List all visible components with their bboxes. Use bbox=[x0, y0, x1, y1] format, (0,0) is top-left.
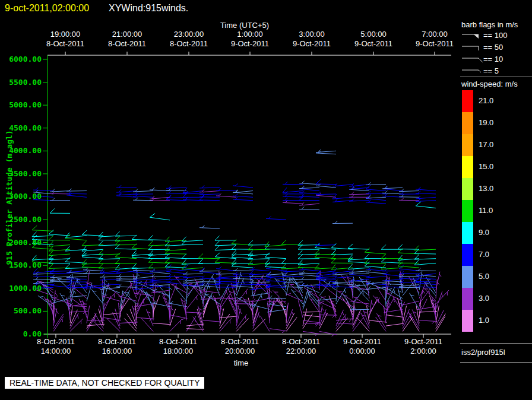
colorbar-value-label: 7.0 bbox=[479, 250, 489, 259]
bottom-tick-label: 8-Oct-201120:00:00 bbox=[207, 337, 273, 356]
barb-legend-label: == 100 bbox=[483, 31, 508, 40]
bottom-tick-label: 8-Oct-201114:00:00 bbox=[23, 337, 88, 356]
barb-legend-label: == 50 bbox=[483, 43, 503, 52]
colorbar-segment bbox=[462, 222, 473, 244]
colorbar-value-label: 5.0 bbox=[479, 272, 489, 281]
barb-half-icon bbox=[461, 68, 484, 76]
colorbar-segment bbox=[462, 90, 473, 112]
colorbar-segment bbox=[462, 156, 473, 178]
left-tick-label: 3000.00 bbox=[0, 192, 42, 201]
left-tick-label: 5500.00 bbox=[0, 78, 42, 87]
colorbar-value-label: 11.0 bbox=[479, 206, 493, 215]
colorbar-segment bbox=[462, 266, 473, 288]
pennant-icon bbox=[461, 32, 484, 40]
left-tick-label: 3500.00 bbox=[0, 169, 42, 178]
divider bbox=[460, 77, 532, 77]
left-tick-label: 1000.00 bbox=[0, 284, 42, 293]
bottom-tick-label: 9-Oct-20110:00:00 bbox=[330, 337, 395, 356]
colorbar-segment bbox=[462, 200, 473, 222]
title-timestamp: 9-oct-2011,02:00:00 bbox=[5, 3, 89, 14]
divider bbox=[460, 343, 532, 344]
top-axis-title: Time (UTC+5) bbox=[185, 21, 304, 30]
profiler-display: 9-oct-2011,02:00:00 XYWind:915winds. Tim… bbox=[0, 0, 532, 400]
bottom-axis-title: time bbox=[182, 358, 300, 367]
barb-full-icon bbox=[461, 56, 484, 64]
left-tick-label: 0.00 bbox=[0, 329, 42, 338]
colorbar-value-label: 19.0 bbox=[479, 118, 493, 127]
bottom-tick-label: 8-Oct-201118:00:00 bbox=[145, 337, 211, 356]
data-source-label: iss2/prof915l bbox=[461, 348, 505, 357]
bottom-tick-label: 9-Oct-20112:00:00 bbox=[391, 337, 456, 356]
top-tick-label: 3:00:009-Oct-2011 bbox=[279, 30, 344, 49]
bottom-tick-label: 8-Oct-201122:00:00 bbox=[268, 337, 334, 356]
top-tick-label: 5:00:009-Oct-2011 bbox=[341, 30, 406, 49]
left-tick-label: 2000.00 bbox=[0, 238, 42, 247]
left-tick-label: 1500.00 bbox=[0, 261, 42, 269]
colorbar-value-label: 9.0 bbox=[479, 228, 489, 237]
left-tick-label: 500.00 bbox=[0, 306, 42, 315]
colorbar-segment bbox=[462, 134, 473, 156]
top-tick-label: 7:00:009-Oct-2011 bbox=[402, 30, 467, 49]
divider bbox=[460, 362, 532, 363]
colorbar-value-label: 1.0 bbox=[479, 316, 489, 325]
barb-legend-label: == 10 bbox=[483, 55, 503, 64]
colorbar-segment bbox=[462, 112, 473, 134]
colorbar-title: wind-speed: m/s bbox=[461, 80, 518, 88]
barb-legend-title: barb flags in m/s bbox=[461, 20, 518, 29]
colorbar-segment bbox=[462, 288, 473, 310]
top-tick-label: 23:00:008-Oct-2011 bbox=[156, 30, 221, 49]
left-tick-label: 5000.00 bbox=[0, 100, 42, 109]
colorbar-value-label: 3.0 bbox=[479, 294, 489, 303]
axes bbox=[43, 52, 451, 338]
top-tick-label: 21:00:008-Oct-2011 bbox=[94, 30, 160, 49]
bottom-tick-label: 8-Oct-201116:00:00 bbox=[84, 337, 150, 356]
colorbar-segment bbox=[462, 178, 473, 200]
left-tick-label: 4500.00 bbox=[0, 123, 42, 132]
quality-warning-banner: REAL-TIME DATA, NOT CHECKED FOR QUALITY bbox=[5, 377, 204, 389]
top-tick-label: 19:00:008-Oct-2011 bbox=[33, 30, 98, 49]
wind-barbs bbox=[32, 150, 449, 336]
left-tick-label: 4000.00 bbox=[0, 146, 42, 155]
barb-legend-label: == 5 bbox=[483, 66, 499, 75]
colorbar-value-label: 13.0 bbox=[479, 184, 493, 193]
colorbar-value-label: 17.0 bbox=[479, 140, 493, 149]
top-tick-label: 1:00:009-Oct-2011 bbox=[217, 30, 283, 49]
barb-50-icon bbox=[461, 44, 484, 52]
page-title: XYWind:915winds. bbox=[109, 3, 188, 14]
left-tick-label: 2500.00 bbox=[0, 215, 42, 224]
left-tick-label: 6000.00 bbox=[0, 55, 42, 64]
colorbar-segment bbox=[462, 244, 473, 266]
colorbar-segment bbox=[462, 310, 473, 332]
colorbar-value-label: 21.0 bbox=[479, 96, 493, 105]
colorbar-value-label: 15.0 bbox=[479, 162, 493, 171]
